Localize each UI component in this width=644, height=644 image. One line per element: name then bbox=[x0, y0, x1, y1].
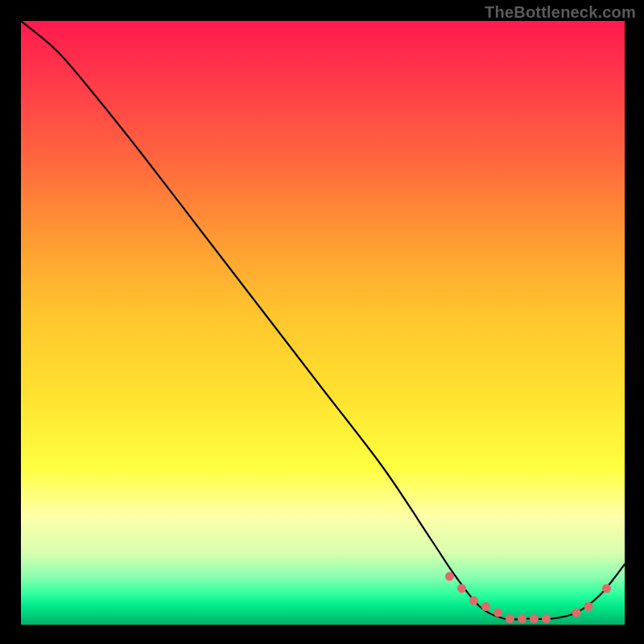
marker-dot bbox=[518, 614, 526, 623]
chart-stage: TheBottleneck.com bbox=[0, 0, 644, 644]
marker-dot bbox=[584, 602, 593, 611]
marker-dot bbox=[481, 602, 490, 611]
marker-dot bbox=[530, 614, 539, 623]
marker-dot bbox=[542, 614, 551, 623]
plot-area bbox=[21, 21, 625, 625]
marker-dot bbox=[506, 614, 514, 623]
marker-dot bbox=[445, 572, 454, 581]
watermark-text: TheBottleneck.com bbox=[485, 3, 636, 22]
marker-dot bbox=[493, 609, 502, 617]
curve-overlay bbox=[21, 21, 625, 625]
highlight-markers bbox=[445, 572, 611, 624]
marker-dot bbox=[469, 597, 478, 605]
marker-dot bbox=[602, 584, 611, 593]
marker-dot bbox=[457, 584, 466, 593]
bottleneck-curve bbox=[21, 21, 625, 620]
marker-dot bbox=[572, 609, 581, 617]
